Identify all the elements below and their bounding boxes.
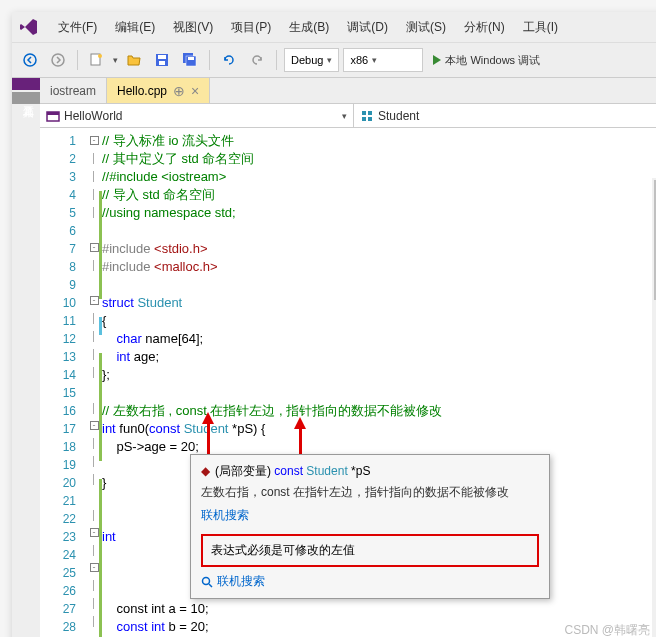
vertical-scrollbar[interactable] [652, 178, 656, 637]
sidetab-toolbox[interactable]: 工具箱 [12, 92, 40, 104]
nav-bar: HelloWorld▾ Student▾ [40, 104, 656, 128]
config-dropdown[interactable]: Debug▾ [284, 48, 339, 72]
svg-point-0 [24, 54, 36, 66]
tooltip-search-link[interactable]: 联机搜索 [201, 507, 539, 524]
close-icon[interactable]: × [191, 83, 199, 99]
menubar: 文件(F) 编辑(E) 视图(V) 项目(P) 生成(B) 调试(D) 测试(S… [12, 12, 656, 42]
sidebar: 服务器资源管理器 工具箱 [12, 78, 40, 637]
menu-debug[interactable]: 调试(D) [339, 15, 396, 40]
tooltip-signature: ◆(局部变量) const Student *pS [201, 463, 539, 480]
separator [276, 50, 277, 70]
struct-icon [360, 109, 374, 123]
config-value: Debug [291, 54, 323, 66]
search-icon [201, 576, 213, 588]
fold-toggle[interactable]: - [90, 421, 99, 430]
nav-member[interactable]: Student▾ [354, 104, 656, 127]
svg-rect-14 [362, 117, 366, 121]
vs-window: 文件(F) 编辑(E) 视图(V) 项目(P) 生成(B) 调试(D) 测试(S… [12, 12, 656, 637]
fold-toggle[interactable]: - [90, 136, 99, 145]
platform-value: x86 [350, 54, 368, 66]
save-all-button[interactable] [178, 48, 202, 72]
nav-back-button[interactable] [18, 48, 42, 72]
fold-toggle[interactable]: - [90, 243, 99, 252]
svg-rect-12 [362, 111, 366, 115]
tab-label: Hello.cpp [117, 84, 167, 98]
nav-member-label: Student [378, 109, 419, 123]
fold-toggle[interactable]: - [90, 528, 99, 537]
intellisense-tooltip: ◆(局部变量) const Student *pS 左数右指，const 在指针… [190, 454, 550, 599]
save-button[interactable] [150, 48, 174, 72]
menu-build[interactable]: 生成(B) [281, 15, 337, 40]
dropdown-arrow-icon[interactable]: ▾ [113, 55, 118, 65]
tab-iostream[interactable]: iostream [40, 78, 107, 103]
fold-toggle[interactable]: - [90, 563, 99, 572]
tooltip-error: 表达式必须是可修改的左值 [201, 534, 539, 567]
file-tabs: iostream Hello.cpp⊕× [40, 78, 656, 104]
line-gutter: 1234567891011121314151617181920212223242… [40, 128, 86, 637]
svg-line-17 [209, 584, 212, 587]
run-button[interactable]: 本地 Windows 调试 [427, 53, 546, 68]
svg-point-16 [203, 577, 210, 584]
svg-rect-9 [188, 57, 194, 60]
variable-icon: ◆ [201, 464, 210, 478]
tab-label: iostream [50, 84, 96, 98]
nav-scope[interactable]: HelloWorld▾ [40, 104, 354, 127]
tab-hello-cpp[interactable]: Hello.cpp⊕× [107, 78, 210, 103]
toolbar: ▾ Debug▾ x86▾ 本地 Windows 调试 [12, 42, 656, 78]
menu-file[interactable]: 文件(F) [50, 15, 105, 40]
svg-rect-5 [158, 55, 166, 59]
svg-point-1 [52, 54, 64, 66]
sidetab-server-explorer[interactable]: 服务器资源管理器 [12, 78, 40, 90]
new-item-button[interactable] [85, 48, 109, 72]
menu-analyze[interactable]: 分析(N) [456, 15, 513, 40]
watermark: CSDN @韩曙亮 [564, 622, 650, 637]
menu-edit[interactable]: 编辑(E) [107, 15, 163, 40]
svg-rect-11 [47, 112, 59, 115]
nav-scope-label: HelloWorld [64, 109, 122, 123]
undo-button[interactable] [217, 48, 241, 72]
svg-rect-13 [368, 111, 372, 115]
menu-items: 文件(F) 编辑(E) 视图(V) 项目(P) 生成(B) 调试(D) 测试(S… [50, 15, 566, 40]
vs-logo-icon [18, 16, 40, 38]
svg-rect-15 [368, 117, 372, 121]
svg-point-3 [98, 54, 102, 58]
platform-dropdown[interactable]: x86▾ [343, 48, 423, 72]
menu-view[interactable]: 视图(V) [165, 15, 221, 40]
play-icon [433, 55, 441, 65]
tooltip-search-link-2[interactable]: 联机搜索 [201, 573, 539, 590]
menu-project[interactable]: 项目(P) [223, 15, 279, 40]
svg-rect-6 [159, 61, 165, 65]
pin-icon[interactable]: ⊕ [173, 83, 185, 99]
menu-tools[interactable]: 工具(I) [515, 15, 566, 40]
separator [77, 50, 78, 70]
run-label: 本地 Windows 调试 [445, 53, 540, 68]
separator [209, 50, 210, 70]
open-button[interactable] [122, 48, 146, 72]
fold-toggle[interactable]: - [90, 296, 99, 305]
project-icon [46, 109, 60, 123]
nav-fwd-button[interactable] [46, 48, 70, 72]
redo-button[interactable] [245, 48, 269, 72]
menu-test[interactable]: 测试(S) [398, 15, 454, 40]
tooltip-description: 左数右指，const 在指针左边，指针指向的数据不能被修改 [201, 484, 539, 501]
